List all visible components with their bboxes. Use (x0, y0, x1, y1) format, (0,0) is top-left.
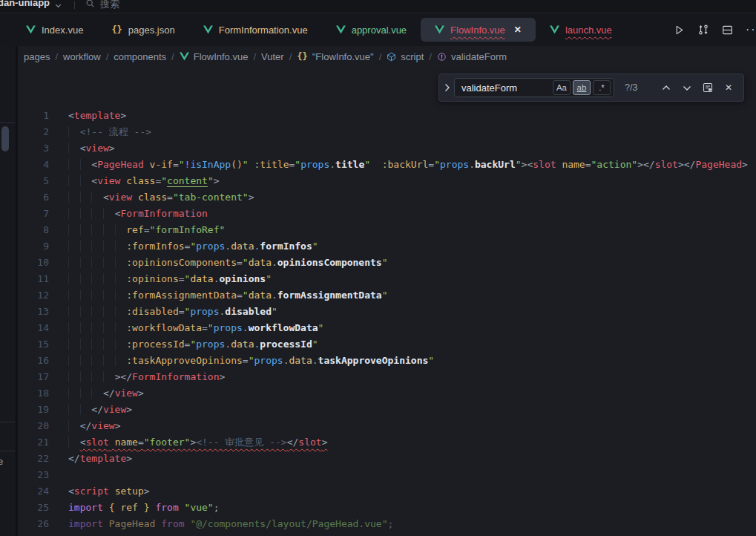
line-content[interactable]: </template> (49, 451, 132, 467)
code-line-5: 5 <view class="content"> (18, 173, 756, 189)
line-content[interactable]: </view> (49, 402, 132, 418)
open-changes-button[interactable] (697, 24, 709, 36)
breadcrumb: pages/workflow/components/FlowInfo.vue/V… (18, 46, 756, 67)
line-content[interactable]: <script setup> (49, 483, 150, 500)
close-tab-button[interactable]: ✕ (514, 24, 522, 35)
line-content[interactable]: ref="formInfoRef" (49, 222, 225, 238)
breadcrumb-separator: / (171, 51, 174, 62)
line-content[interactable]: <!-- 流程 --> (49, 124, 151, 140)
tab-strip: Index.vue{}pages.jsonFormInformation.vue… (0, 13, 756, 46)
tab-approval.vue[interactable]: approval.vue (322, 18, 421, 42)
line-content[interactable]: </view> (49, 418, 120, 434)
breadcrumb-item-pages[interactable]: pages (24, 51, 50, 62)
line-content[interactable]: :taskApproveOpinions="props.data.taskApp… (49, 353, 434, 369)
line-content[interactable]: <view> (49, 140, 115, 157)
breadcrumb-item-FlowInfo.vue[interactable]: FlowInfo.vue (180, 51, 249, 62)
line-number: 2 (18, 124, 49, 140)
toggle-replace-button[interactable] (439, 74, 454, 101)
sidebar-divider (0, 451, 15, 451)
code-line-8: 8 ref="formInfoRef" (18, 222, 756, 238)
breadcrumb-separator: / (106, 51, 109, 62)
line-content[interactable]: :opinionsComponents="data.opinionsCompon… (49, 255, 388, 271)
regex-button[interactable]: .* (593, 80, 611, 95)
project-name[interactable]: dan-uniapp (0, 0, 50, 8)
global-search-box[interactable]: 搜索 (85, 0, 119, 11)
code-editor[interactable]: validateForm Aa ab .* ?/3 ✕ (18, 67, 756, 536)
line-content[interactable]: :workflowData="props.workflowData" (49, 320, 323, 336)
next-match-button[interactable] (680, 80, 694, 95)
line-number: 20 (18, 418, 49, 434)
line-content[interactable]: <view class="content"> (49, 173, 220, 189)
breadcrumb-label: Vuter (261, 51, 284, 62)
breadcrumb-item-validateForm[interactable]: validateForm (437, 51, 507, 62)
titlebar-divider (74, 1, 75, 9)
run-button[interactable] (674, 24, 685, 36)
chevron-up-icon (662, 85, 671, 91)
line-content[interactable]: import { ref } from "vue"; (49, 500, 220, 516)
code-line-20: 20 </view> (18, 418, 756, 434)
tab-launch.vue[interactable]: launch.vue (536, 18, 626, 42)
line-content[interactable]: :formAssignmentData="data.formAssignment… (49, 287, 388, 304)
line-content[interactable]: <view class="tab-content"> (49, 189, 254, 206)
match-case-button[interactable]: Aa (553, 80, 571, 95)
line-content[interactable]: <FormInformation (49, 206, 208, 222)
search-icon (85, 0, 95, 8)
chevron-down-icon[interactable] (54, 0, 62, 13)
vue-icon (26, 25, 36, 34)
breadcrumb-separator: / (379, 51, 382, 62)
breadcrumb-item-script[interactable]: script (387, 51, 424, 62)
breadcrumb-item-Vuter[interactable]: Vuter (261, 51, 284, 62)
line-number: 7 (18, 206, 49, 222)
breadcrumb-item-FlowInfo.vue[interactable]: {}"FlowInfo.vue" (297, 51, 373, 62)
tab-label: launch.vue (565, 24, 612, 36)
match-count: ?/3 (625, 82, 650, 93)
split-editor-button[interactable] (722, 24, 733, 36)
line-number: 14 (18, 320, 49, 336)
code-line-18: 18 </view> (18, 385, 756, 402)
line-content[interactable]: <slot name="footer"><!-- 审批意见 --></slot> (49, 434, 327, 451)
line-number: 15 (18, 336, 49, 353)
tab-label: pages.json (128, 24, 175, 36)
sidebar-divider (0, 422, 15, 422)
breadcrumb-item-workflow[interactable]: workflow (63, 51, 101, 62)
line-content[interactable]: :formInfos="props.data.formInfos" (49, 238, 318, 255)
find-query-text: validateForm (461, 82, 550, 94)
find-in-selection-button[interactable] (700, 80, 715, 95)
find-input[interactable]: validateForm Aa ab .* (454, 78, 614, 97)
line-content[interactable] (49, 467, 68, 483)
line-number: 3 (18, 140, 49, 157)
line-content[interactable]: <PageHead v-if="!isInApp()" :title="prop… (49, 157, 748, 173)
previous-match-button[interactable] (659, 80, 674, 95)
line-content[interactable]: ></FormInformation> (49, 369, 225, 385)
line-number: 26 (18, 516, 49, 532)
breadcrumb-label: workflow (63, 51, 101, 62)
line-content[interactable]: :processId="props.data.processId" (49, 336, 318, 353)
line-number: 9 (18, 238, 49, 255)
line-content[interactable]: :opinions="data.opinions" (49, 271, 272, 287)
more-actions-button[interactable]: ··· (746, 23, 756, 36)
line-content[interactable]: import PageHead from "@/components/layou… (49, 516, 393, 532)
tab-pages.json[interactable]: {}pages.json (97, 18, 188, 42)
collapsed-sidebar-edge[interactable]: e (0, 46, 18, 536)
line-number: 24 (18, 483, 49, 500)
line-content[interactable]: <template> (49, 108, 126, 124)
tab-FormInformation.vue[interactable]: FormInformation.vue (189, 18, 322, 42)
code-line-7: 7 <FormInformation (18, 206, 756, 222)
vue-icon (435, 25, 444, 34)
sidebar-drag-handle[interactable] (1, 126, 9, 151)
line-number: 22 (18, 451, 49, 467)
tab-Index.vue[interactable]: Index.vue (12, 18, 97, 42)
code-line-12: 12 :formAssignmentData="data.formAssignm… (18, 287, 756, 304)
line-number: 23 (18, 467, 49, 483)
breadcrumb-label: components (114, 51, 166, 62)
line-number: 18 (18, 385, 49, 402)
code-line-2: 2 <!-- 流程 --> (18, 124, 756, 140)
tab-label: Index.vue (42, 24, 83, 36)
code-content: 1<template>2 <!-- 流程 -->3 <view>4 <PageH… (18, 67, 756, 532)
line-content[interactable]: :disabled="props.disabled" (49, 304, 277, 320)
whole-word-button[interactable]: ab (573, 80, 591, 95)
close-find-button[interactable]: ✕ (721, 80, 736, 95)
tab-FlowInfo.vue[interactable]: FlowInfo.vue✕ (421, 18, 536, 42)
line-content[interactable]: </view> (49, 385, 144, 402)
breadcrumb-item-components[interactable]: components (114, 51, 166, 62)
